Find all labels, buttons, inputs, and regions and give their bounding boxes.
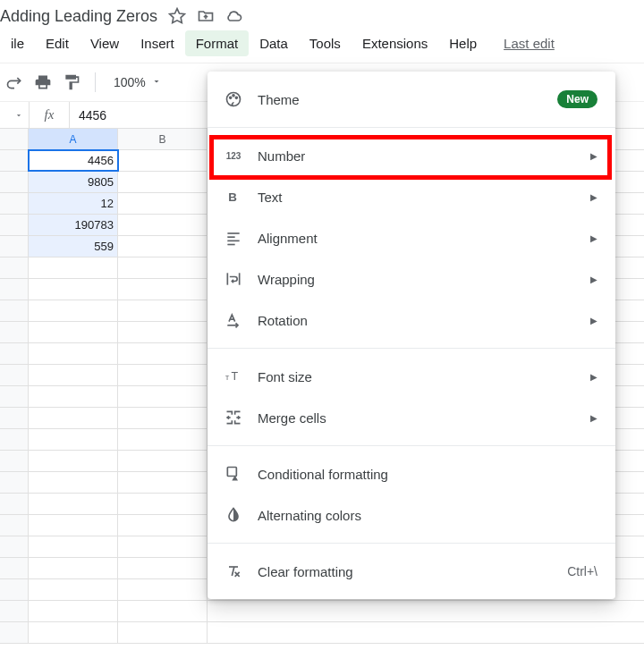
zoom-dropdown[interactable]: 100% [108, 75, 167, 89]
move-to-folder-icon[interactable] [197, 7, 215, 25]
cell-a1[interactable]: 4456 [29, 150, 118, 171]
cell[interactable] [118, 536, 208, 557]
cell[interactable] [29, 601, 118, 621]
select-all-corner[interactable] [0, 129, 29, 149]
cell[interactable] [29, 451, 118, 471]
menu-format[interactable]: Format [185, 30, 250, 56]
cell[interactable] [29, 386, 118, 407]
cell[interactable] [118, 386, 208, 407]
menu-item-conditional-formatting[interactable]: Conditional formatting [208, 453, 615, 494]
row-header[interactable] [0, 236, 29, 257]
cell[interactable] [118, 558, 208, 578]
cell[interactable] [118, 279, 208, 300]
cell-a2[interactable]: 9805 [29, 172, 118, 192]
cell[interactable] [29, 515, 118, 536]
menu-item-alternating-colors[interactable]: Alternating colors [208, 494, 615, 536]
name-box[interactable] [0, 111, 29, 120]
redo-icon[interactable] [4, 72, 25, 93]
row-header[interactable] [0, 172, 29, 192]
cell-a3[interactable]: 12 [29, 193, 118, 214]
cell[interactable] [118, 622, 208, 643]
row-header[interactable] [0, 300, 29, 321]
cell[interactable] [118, 515, 208, 536]
menu-view[interactable]: View [80, 30, 130, 56]
cell[interactable] [118, 236, 208, 257]
cell[interactable] [29, 579, 118, 600]
row-header[interactable] [0, 279, 29, 300]
row-header[interactable] [0, 536, 29, 557]
menu-extensions[interactable]: Extensions [352, 30, 438, 56]
row-header[interactable] [0, 343, 29, 364]
cell[interactable] [118, 494, 208, 514]
cell[interactable] [118, 343, 208, 364]
row-header[interactable] [0, 257, 29, 278]
row-header[interactable] [0, 215, 29, 235]
cell[interactable] [29, 558, 118, 578]
row-header[interactable] [0, 472, 29, 493]
row-header[interactable] [0, 515, 29, 536]
row-header[interactable] [0, 494, 29, 514]
cell[interactable] [29, 365, 118, 385]
row-header[interactable] [0, 386, 29, 407]
document-title[interactable]: Adding Leading Zeros [0, 7, 157, 26]
cell[interactable] [118, 451, 208, 471]
cell[interactable] [118, 408, 208, 428]
menu-help[interactable]: Help [438, 30, 487, 56]
cell[interactable] [118, 322, 208, 342]
menu-tools[interactable]: Tools [299, 30, 352, 56]
cell[interactable] [118, 150, 208, 171]
row-header[interactable] [0, 601, 29, 621]
cell[interactable] [118, 429, 208, 450]
row-header[interactable] [0, 622, 29, 643]
col-header-a[interactable]: A [29, 129, 118, 149]
row-header[interactable] [0, 451, 29, 471]
cell[interactable] [29, 300, 118, 321]
cell[interactable] [29, 622, 118, 643]
cell[interactable] [29, 257, 118, 278]
row-header[interactable] [0, 429, 29, 450]
menu-item-number[interactable]: 123 Number ▶ [208, 135, 615, 176]
cell[interactable] [118, 193, 208, 214]
cell[interactable] [118, 257, 208, 278]
row-header[interactable] [0, 558, 29, 578]
menu-item-alignment[interactable]: Alignment ▶ [208, 217, 615, 258]
row-header[interactable] [0, 579, 29, 600]
cell[interactable] [29, 322, 118, 342]
row-header[interactable] [0, 365, 29, 385]
cell[interactable] [118, 172, 208, 192]
menu-item-font-size[interactable]: TT Font size ▶ [208, 356, 615, 397]
cell[interactable] [118, 601, 208, 621]
cell[interactable] [118, 472, 208, 493]
col-header-b[interactable]: B [118, 129, 208, 149]
row-header[interactable] [0, 150, 29, 171]
row-header[interactable] [0, 193, 29, 214]
menu-item-theme[interactable]: Theme New [208, 79, 615, 120]
cell[interactable] [118, 579, 208, 600]
cell[interactable] [118, 215, 208, 235]
cell[interactable] [29, 279, 118, 300]
cell-a5[interactable]: 559 [29, 236, 118, 257]
cell[interactable] [29, 472, 118, 493]
cell[interactable] [29, 494, 118, 514]
menu-item-wrapping[interactable]: Wrapping ▶ [208, 258, 615, 300]
cell[interactable] [118, 300, 208, 321]
cell[interactable] [29, 429, 118, 450]
menu-data[interactable]: Data [249, 30, 299, 56]
row-header[interactable] [0, 322, 29, 342]
cell-a4[interactable]: 190783 [29, 215, 118, 235]
last-edit-link[interactable]: Last edit [504, 36, 555, 51]
menu-file[interactable]: ile [0, 30, 35, 56]
menu-item-rotation[interactable]: Rotation ▶ [208, 300, 615, 341]
menu-item-clear-formatting[interactable]: Clear formatting Ctrl+\ [208, 551, 615, 592]
menu-insert[interactable]: Insert [130, 30, 185, 56]
cell[interactable] [118, 365, 208, 385]
cloud-status-icon[interactable] [225, 7, 243, 25]
row-header[interactable] [0, 408, 29, 428]
menu-edit[interactable]: Edit [35, 30, 80, 56]
cell[interactable] [29, 343, 118, 364]
cell[interactable] [29, 408, 118, 428]
menu-item-merge-cells[interactable]: Merge cells ▶ [208, 397, 615, 438]
paint-format-icon[interactable] [61, 72, 82, 93]
star-icon[interactable] [168, 7, 186, 25]
cell[interactable] [29, 536, 118, 557]
